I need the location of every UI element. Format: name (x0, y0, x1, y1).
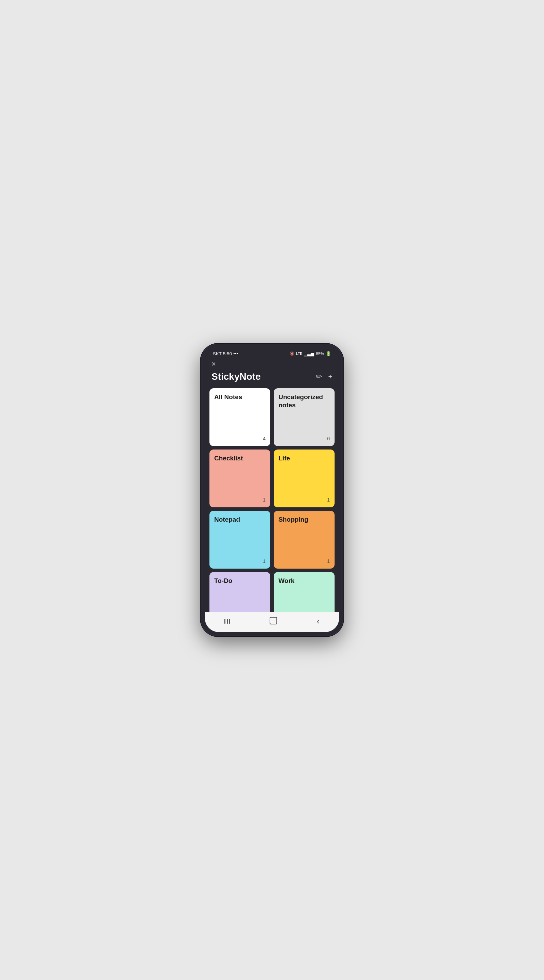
carrier-time: SKT 5:50 ••• (213, 351, 238, 356)
notes-grid: All Notes4Uncategorized notes0Checklist1… (205, 386, 339, 612)
note-title-notepad: Notepad (214, 515, 266, 524)
time-label: 5:50 (223, 351, 232, 356)
status-icons: 🔇 LTE ▁▃▅ 85% 🔋 (290, 351, 331, 356)
note-title-checklist: Checklist (214, 454, 266, 463)
note-title-uncategorized: Uncategorized notes (278, 393, 330, 409)
edit-icon[interactable]: ✏ (316, 372, 322, 381)
nav-bar: ‹ (205, 612, 339, 632)
battery-icon: 🔋 (326, 351, 331, 356)
note-card-todo[interactable]: To-Do (209, 572, 270, 612)
back-button[interactable]: ‹ (310, 615, 327, 627)
note-count-checklist: 1 (263, 497, 266, 503)
signal-icon: ▁▃▅ (304, 351, 314, 356)
note-card-life[interactable]: Life1 (274, 450, 335, 508)
dots-label: ••• (233, 351, 238, 356)
note-title-work: Work (278, 577, 330, 585)
battery-label: 85% (316, 352, 324, 356)
note-title-todo: To-Do (214, 577, 266, 585)
header-actions: ✏ + (316, 372, 333, 381)
note-card-all-notes[interactable]: All Notes4 (209, 388, 270, 446)
note-card-notepad[interactable]: Notepad1 (209, 511, 270, 569)
mute-icon: 🔇 (290, 352, 295, 356)
status-bar: SKT 5:50 ••• 🔇 LTE ▁▃▅ 85% 🔋 (205, 348, 339, 358)
carrier-label: SKT (213, 351, 222, 356)
lte-icon: LTE (296, 352, 302, 356)
phone-screen: SKT 5:50 ••• 🔇 LTE ▁▃▅ 85% 🔋 × StickyNot… (205, 348, 339, 632)
app-title: StickyNote (211, 371, 261, 382)
recent-apps-button[interactable] (217, 617, 237, 625)
note-title-all-notes: All Notes (214, 393, 266, 401)
home-icon (270, 617, 277, 624)
note-title-life: Life (278, 454, 330, 463)
close-button[interactable]: × (211, 360, 333, 368)
add-icon[interactable]: + (328, 372, 333, 381)
note-card-work[interactable]: Work (274, 572, 335, 612)
note-count-notepad: 1 (263, 558, 266, 564)
note-title-shopping: Shopping (278, 515, 330, 524)
note-count-shopping: 1 (327, 558, 330, 564)
note-count-all-notes: 4 (263, 436, 266, 441)
note-card-checklist[interactable]: Checklist1 (209, 450, 270, 508)
home-button[interactable] (263, 616, 284, 627)
phone-device: SKT 5:50 ••• 🔇 LTE ▁▃▅ 85% 🔋 × StickyNot… (201, 344, 343, 636)
recent-apps-icon (224, 619, 230, 624)
header-row: StickyNote ✏ + (211, 371, 333, 382)
note-count-life: 1 (327, 497, 330, 503)
note-count-uncategorized: 0 (327, 436, 330, 441)
note-card-shopping[interactable]: Shopping1 (274, 511, 335, 569)
app-header: × StickyNote ✏ + (205, 358, 339, 386)
note-card-uncategorized[interactable]: Uncategorized notes0 (274, 388, 335, 446)
